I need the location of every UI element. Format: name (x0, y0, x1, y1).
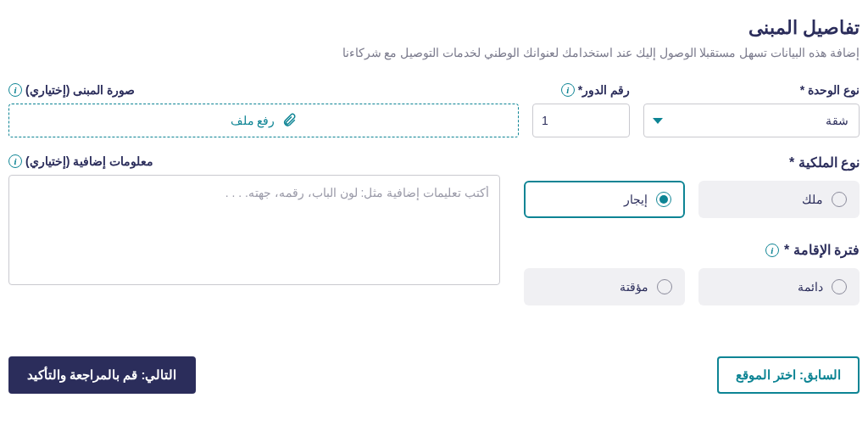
floor-input-wrap (532, 104, 630, 137)
upload-button[interactable]: رفع ملف (8, 104, 519, 137)
stay-label: فترة الإقامة * i (520, 242, 860, 258)
paperclip-icon (281, 113, 297, 128)
extra-info-textarea[interactable] (19, 186, 489, 274)
page-title: تفاصيل المبنى (8, 17, 860, 39)
unit-type-label: نوع الوحدة * (643, 83, 860, 97)
stay-permanent[interactable]: دائمة (698, 268, 860, 305)
stay-radio-group: دائمة مؤقتة (520, 268, 860, 305)
ownership-rent[interactable]: إيجار (524, 181, 685, 218)
chevron-down-icon (653, 118, 663, 124)
info-icon[interactable]: i (765, 244, 779, 257)
photo-label: صورة المبنى (إختياري) i (8, 83, 519, 97)
floor-input[interactable] (542, 114, 620, 127)
page-subtitle: إضافة هذه البيانات تسهل مستقبلا الوصول إ… (8, 46, 860, 59)
ownership-label: نوع الملكية * (520, 154, 860, 171)
info-icon[interactable]: i (8, 83, 22, 97)
extra-info-label: معلومات إضافية (إختياري) i (8, 154, 500, 168)
info-icon[interactable]: i (8, 154, 22, 168)
floor-label: رقم الدور* i (532, 83, 630, 97)
radio-icon (832, 192, 847, 207)
radio-icon (657, 279, 672, 294)
unit-type-value: شقة (654, 114, 849, 127)
stay-temporary[interactable]: مؤقتة (524, 268, 685, 305)
info-icon[interactable]: i (561, 83, 575, 97)
prev-button[interactable]: السابق: اختر الموقع (717, 356, 860, 394)
radio-icon (656, 192, 671, 207)
unit-type-select[interactable]: شقة (643, 104, 860, 137)
ownership-own[interactable]: ملك (698, 181, 860, 218)
extra-info-wrap (8, 175, 500, 285)
next-button[interactable]: التالي: قم بالمراجعة والتأكيد (8, 356, 196, 394)
ownership-radio-group: ملك إيجار (520, 181, 860, 218)
upload-text: رفع ملف (231, 114, 275, 127)
radio-icon (832, 279, 847, 294)
